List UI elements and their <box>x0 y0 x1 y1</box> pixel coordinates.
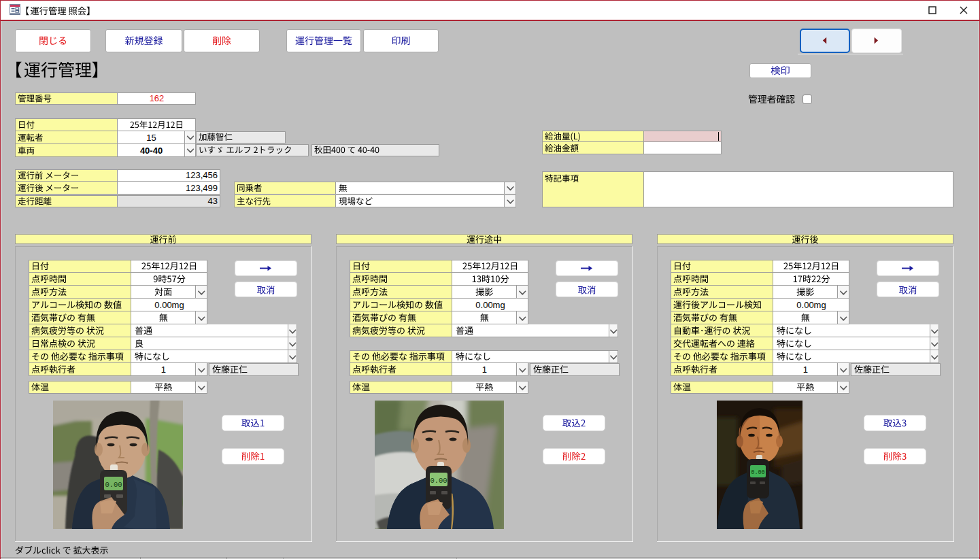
svg-text:0.00: 0.00 <box>751 469 764 476</box>
svg-text:0.00: 0.00 <box>105 481 122 489</box>
svg-text:0.00: 0.00 <box>430 477 447 485</box>
